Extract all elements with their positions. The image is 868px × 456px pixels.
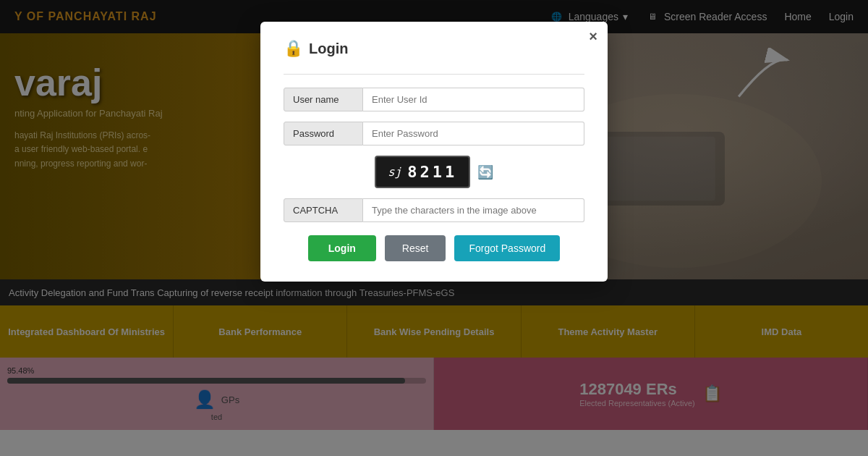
captcha-row: CAPTCHA: [284, 198, 584, 222]
password-row: Password: [284, 122, 584, 145]
captcha-input[interactable]: [363, 198, 584, 222]
captcha-label: CAPTCHA: [284, 198, 363, 222]
password-label: Password: [284, 122, 363, 145]
username-row: User name: [284, 88, 584, 111]
login-button[interactable]: Login: [308, 235, 376, 261]
username-input[interactable]: [363, 88, 584, 111]
captcha-image-row: sj 8211 🔄: [284, 156, 584, 188]
modal-divider: [284, 74, 584, 75]
reset-button[interactable]: Reset: [385, 235, 446, 261]
modal-overlay: × 🔒 Login User name Password sj 8211 🔄: [0, 0, 868, 456]
password-input[interactable]: [363, 122, 584, 145]
modal-title: Login: [309, 41, 348, 57]
forgot-password-button[interactable]: Forgot Password: [454, 235, 560, 261]
login-modal: × 🔒 Login User name Password sj 8211 🔄: [260, 22, 608, 282]
captcha-code: 8211: [407, 163, 457, 181]
lock-icon: 🔒: [284, 39, 303, 58]
modal-actions: Login Reset Forgot Password: [284, 235, 584, 261]
captcha-image: sj 8211: [375, 156, 470, 188]
close-button[interactable]: ×: [589, 29, 597, 43]
captcha-refresh-icon[interactable]: 🔄: [477, 164, 493, 180]
modal-header: 🔒 Login: [284, 39, 584, 58]
username-label: User name: [284, 88, 363, 111]
captcha-prefix: sj: [388, 165, 401, 179]
